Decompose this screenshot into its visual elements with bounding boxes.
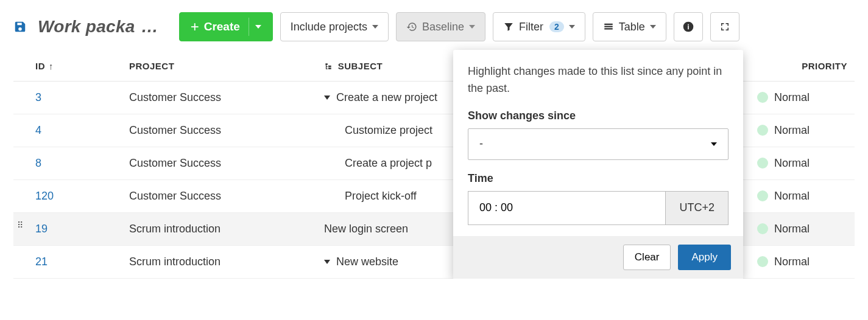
priority-dot [757, 92, 768, 103]
timezone-box: UTC+2 [665, 191, 729, 225]
priority-text: Normal [774, 124, 810, 136]
baseline-button[interactable]: Baseline [396, 12, 485, 41]
cell-priority: Normal [751, 213, 855, 246]
info-button[interactable] [674, 12, 703, 41]
info-icon [682, 21, 694, 33]
since-select[interactable]: - [468, 128, 729, 160]
cell-priority: Normal [751, 246, 855, 279]
page-title: Work packa… [38, 17, 160, 37]
cell-project: Customer Success [123, 114, 318, 147]
id-link[interactable]: 4 [35, 124, 41, 136]
fullscreen-button[interactable] [710, 12, 739, 41]
filter-icon [503, 21, 514, 32]
priority-dot [757, 125, 768, 136]
cell-priority: Normal [751, 147, 855, 180]
view-mode-button[interactable]: Table [593, 12, 666, 41]
baseline-label: Baseline [422, 21, 464, 33]
create-divider [249, 18, 249, 36]
subject-text: New website [336, 256, 398, 268]
table-container: ID↑ PROJECT SUBJECT PRIORITY 3Customer S… [0, 50, 868, 279]
cell-project: Customer Success [123, 180, 318, 213]
priority-text: Normal [774, 256, 810, 268]
id-link[interactable]: 120 [35, 190, 54, 202]
create-label: Create [204, 20, 240, 33]
filter-count-badge: 2 [549, 21, 564, 32]
subject-text: New login screen [324, 223, 408, 235]
since-value: - [479, 137, 483, 150]
page-title-ellipsis: … [141, 17, 160, 36]
cell-project: Customer Success [123, 147, 318, 180]
cell-id: 3 [13, 82, 123, 114]
subject-text: Customize project [345, 124, 432, 136]
time-label: Time [468, 172, 729, 185]
priority-dot [757, 223, 768, 234]
cell-priority: Normal [751, 114, 855, 147]
chevron-down-icon [569, 25, 575, 29]
since-label: Show changes since [468, 110, 729, 122]
baseline-popover: Highlight changes made to this list sinc… [453, 50, 743, 279]
filter-label: Filter [519, 21, 543, 33]
popover-description: Highlight changes made to this list sinc… [468, 63, 729, 97]
chevron-down-icon[interactable] [255, 25, 261, 29]
history-icon [406, 21, 417, 32]
create-button[interactable]: + Create [179, 12, 273, 41]
fullscreen-icon [719, 21, 730, 32]
id-link[interactable]: 3 [35, 91, 41, 103]
save-icon[interactable] [13, 20, 27, 33]
priority-text: Normal [774, 190, 810, 202]
cell-id: ⠿19 [13, 213, 123, 246]
cell-id: 21 [13, 246, 123, 279]
cell-priority: Normal [751, 82, 855, 114]
priority-dot [757, 256, 768, 267]
chevron-down-icon [650, 25, 656, 29]
expand-icon[interactable] [324, 260, 330, 264]
priority-text: Normal [774, 91, 810, 103]
cell-priority: Normal [751, 180, 855, 213]
subject-text: Project kick-off [345, 190, 417, 202]
sort-asc-icon: ↑ [49, 61, 54, 71]
cell-id: 8 [13, 147, 123, 180]
popover-footer: Clear Apply [453, 236, 743, 279]
priority-text: Normal [774, 157, 810, 169]
page-title-text: Work packa [38, 17, 135, 36]
priority-dot [757, 190, 768, 201]
chevron-down-icon [711, 142, 717, 146]
id-link[interactable]: 21 [35, 256, 48, 268]
id-link[interactable]: 8 [35, 157, 41, 169]
chevron-down-icon [469, 25, 475, 29]
expand-icon[interactable] [324, 96, 330, 100]
clear-button[interactable]: Clear [623, 245, 671, 270]
view-mode-label: Table [619, 21, 645, 33]
drag-handle-icon[interactable]: ⠿ [17, 223, 24, 228]
table-icon [603, 21, 614, 32]
col-id[interactable]: ID↑ [13, 50, 123, 82]
include-projects-button[interactable]: Include projects [280, 12, 389, 41]
col-project[interactable]: PROJECT [123, 50, 318, 82]
time-input[interactable] [468, 191, 665, 225]
subject-text: Create a new project [336, 91, 437, 103]
id-link[interactable]: 19 [35, 223, 48, 235]
priority-dot [757, 158, 768, 169]
cell-project: Scrum introduction [123, 246, 318, 279]
subject-text: Create a project p [345, 157, 432, 169]
cell-id: 4 [13, 114, 123, 147]
toolbar: Work packa… + Create Include projects Ba… [0, 0, 868, 50]
plus-icon: + [191, 18, 199, 35]
cell-project: Scrum introduction [123, 213, 318, 246]
cell-id: 120 [13, 180, 123, 213]
hierarchy-icon [324, 62, 333, 71]
col-priority[interactable]: PRIORITY [751, 50, 855, 82]
include-projects-label: Include projects [291, 21, 367, 33]
cell-project: Customer Success [123, 82, 318, 114]
apply-button[interactable]: Apply [678, 245, 731, 270]
filter-button[interactable]: Filter 2 [493, 12, 585, 41]
chevron-down-icon [372, 25, 378, 29]
priority-text: Normal [774, 223, 810, 235]
